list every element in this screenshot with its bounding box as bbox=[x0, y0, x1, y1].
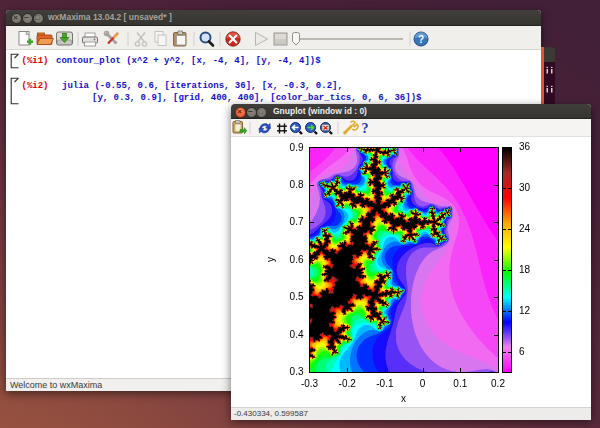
svg-text:?: ? bbox=[418, 34, 424, 45]
svg-text:?: ? bbox=[362, 121, 369, 136]
